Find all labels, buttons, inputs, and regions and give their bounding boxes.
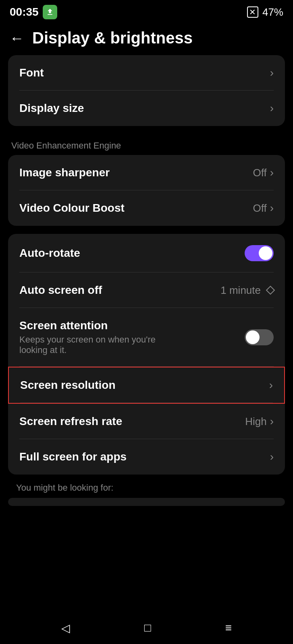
status-time: 00:35 <box>10 6 39 19</box>
full-screen-apps-chevron-icon: › <box>270 450 274 463</box>
screen-resolution-chevron-icon: › <box>269 379 273 392</box>
page-header: ← Display & brightness <box>0 23 293 55</box>
download-icon <box>43 5 57 19</box>
auto-screen-off-label: Auto screen off <box>19 284 102 297</box>
screen-attention-toggle[interactable] <box>245 329 274 345</box>
screen-resolution-item[interactable]: Screen resolution › <box>8 367 285 404</box>
image-sharpener-item[interactable]: Image sharpener Off › <box>8 155 285 190</box>
screen-refresh-rate-value: High <box>245 415 266 428</box>
diamond-icon <box>266 286 275 295</box>
image-sharpener-label: Image sharpener <box>19 166 110 179</box>
video-colour-boost-label: Video Colour Boost <box>19 202 125 215</box>
font-label: Font <box>19 66 44 79</box>
display-size-chevron-icon: › <box>270 102 274 115</box>
image-sharpener-chevron-icon: › <box>270 166 274 179</box>
auto-screen-off-item[interactable]: Auto screen off 1 minute <box>8 272 285 308</box>
suggestions-label: You might be looking for: <box>8 483 285 498</box>
screen-attention-item[interactable]: Screen attention Keeps your screen on wh… <box>8 308 285 367</box>
screen-refresh-rate-item[interactable]: Screen refresh rate High › <box>8 404 285 439</box>
screen-attention-toggle-knob <box>246 330 260 344</box>
screen-refresh-rate-chevron-icon: › <box>270 415 274 428</box>
status-left: 00:35 <box>10 5 57 19</box>
nav-menu-icon[interactable]: ≡ <box>225 621 232 634</box>
page-title: Display & brightness <box>32 29 193 47</box>
main-settings-card: Auto-rotate Auto screen off 1 minute Scr… <box>8 234 285 475</box>
auto-rotate-toggle[interactable] <box>245 245 274 261</box>
status-bar: 00:35 ✕ 47% <box>0 0 293 23</box>
battery-indicator: 47% <box>262 6 283 19</box>
font-chevron-icon: › <box>270 66 274 79</box>
video-colour-boost-item[interactable]: Video Colour Boost Off › <box>8 190 285 226</box>
nav-home-icon[interactable]: □ <box>144 621 151 634</box>
auto-screen-off-right: 1 minute <box>220 284 274 297</box>
video-enhancement-card: Image sharpener Off › Video Colour Boost… <box>8 155 285 226</box>
back-button[interactable]: ← <box>10 30 24 47</box>
video-colour-boost-chevron-icon: › <box>270 202 274 215</box>
screen-refresh-rate-right: High › <box>245 415 274 428</box>
suggestions-section: You might be looking for: <box>8 483 285 506</box>
nav-bar: ◁ □ ≡ <box>0 612 293 644</box>
full-screen-apps-item[interactable]: Full screen for apps › <box>8 439 285 475</box>
auto-screen-off-value: 1 minute <box>220 284 261 297</box>
display-size-item[interactable]: Display size › <box>8 91 285 126</box>
image-sharpener-right: Off › <box>253 166 274 179</box>
video-enhancement-section-label: Video Enhancement Engine <box>0 134 293 155</box>
video-colour-boost-value: Off <box>253 202 266 215</box>
auto-rotate-label: Auto-rotate <box>19 247 80 260</box>
screen-attention-label: Screen attention <box>19 319 245 332</box>
screen-refresh-rate-label: Screen refresh rate <box>19 415 122 428</box>
video-colour-boost-right: Off › <box>253 202 274 215</box>
status-right: ✕ 47% <box>247 6 283 19</box>
auto-rotate-item[interactable]: Auto-rotate <box>8 234 285 272</box>
font-display-card: Font › Display size › <box>8 55 285 126</box>
full-screen-apps-label: Full screen for apps <box>19 450 127 463</box>
screen-attention-left: Screen attention Keeps your screen on wh… <box>19 319 245 355</box>
image-sharpener-value: Off <box>253 167 266 179</box>
sim-icon: ✕ <box>247 6 258 18</box>
nav-back-icon[interactable]: ◁ <box>61 621 70 635</box>
font-item[interactable]: Font › <box>8 55 285 91</box>
screen-resolution-label: Screen resolution <box>20 379 116 392</box>
screen-attention-subtitle: Keeps your screen on when you'relooking … <box>19 334 245 355</box>
auto-rotate-toggle-knob <box>259 246 272 260</box>
display-size-label: Display size <box>19 102 84 115</box>
suggestions-card <box>8 498 285 506</box>
